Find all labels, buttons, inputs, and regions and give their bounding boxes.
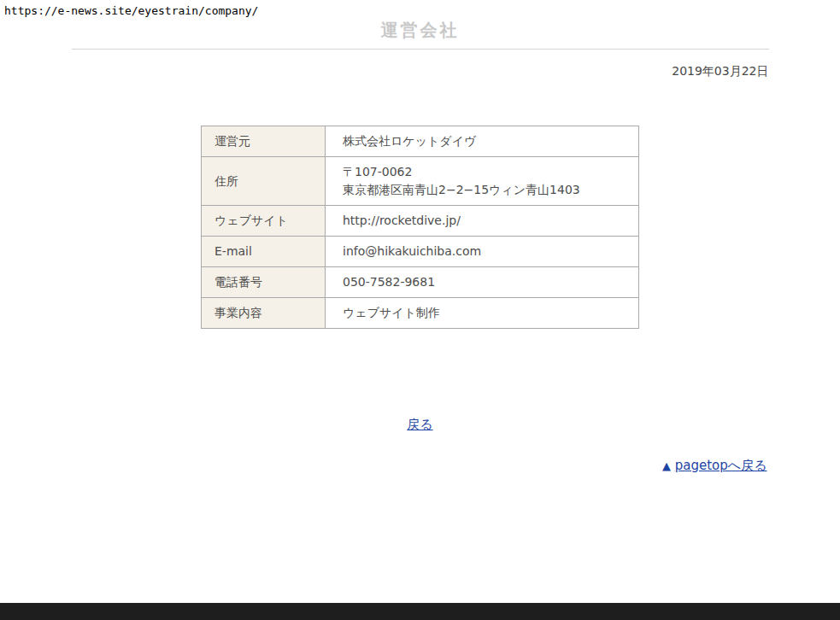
- row-value: info@hikakuichiba.com: [326, 237, 639, 267]
- row-value: ウェブサイト制作: [326, 298, 639, 329]
- row-value: 株式会社ロケットダイヴ: [326, 126, 639, 157]
- table-row: 電話番号 050-7582-9681: [202, 267, 639, 298]
- row-value: 050-7582-9681: [326, 267, 639, 298]
- page-title: 運営会社: [72, 19, 769, 50]
- pagetop-link-row: ▲ pagetopへ戻る: [72, 458, 769, 474]
- row-label: 運営元: [202, 126, 326, 157]
- back-link[interactable]: 戻る: [407, 417, 432, 432]
- row-value: http://rocketdive.jp/: [326, 206, 639, 237]
- main-content: 運営会社 2019年03月22日 運営元 株式会社ロケットダイヴ 住所 〒107…: [72, 0, 769, 474]
- row-label: 電話番号: [202, 267, 326, 298]
- table-row: 運営元 株式会社ロケットダイヴ: [202, 126, 639, 157]
- pagetop-link[interactable]: ▲ pagetopへ戻る: [662, 458, 767, 473]
- table-row: 事業内容 ウェブサイト制作: [202, 298, 639, 329]
- up-triangle-icon: ▲: [662, 459, 671, 472]
- company-info-table: 運営元 株式会社ロケットダイヴ 住所 〒107-0062 東京都港区南青山2−2…: [201, 126, 639, 329]
- row-value: 〒107-0062 東京都港区南青山2−2−15ウィン青山1403: [326, 157, 639, 206]
- page-url-text: https://e-news.site/eyestrain/company/: [4, 4, 258, 17]
- row-label: 住所: [202, 157, 326, 206]
- footer-bar: [0, 603, 840, 620]
- row-label: ウェブサイト: [202, 206, 326, 237]
- row-label: 事業内容: [202, 298, 326, 329]
- table-row: ウェブサイト http://rocketdive.jp/: [202, 206, 639, 237]
- back-link-row: 戻る: [72, 417, 769, 433]
- row-label: E-mail: [202, 237, 326, 267]
- table-row: E-mail info@hikakuichiba.com: [202, 237, 639, 267]
- publish-date: 2019年03月22日: [72, 64, 769, 79]
- table-row: 住所 〒107-0062 東京都港区南青山2−2−15ウィン青山1403: [202, 157, 639, 206]
- pagetop-link-label: pagetopへ戻る: [675, 458, 767, 473]
